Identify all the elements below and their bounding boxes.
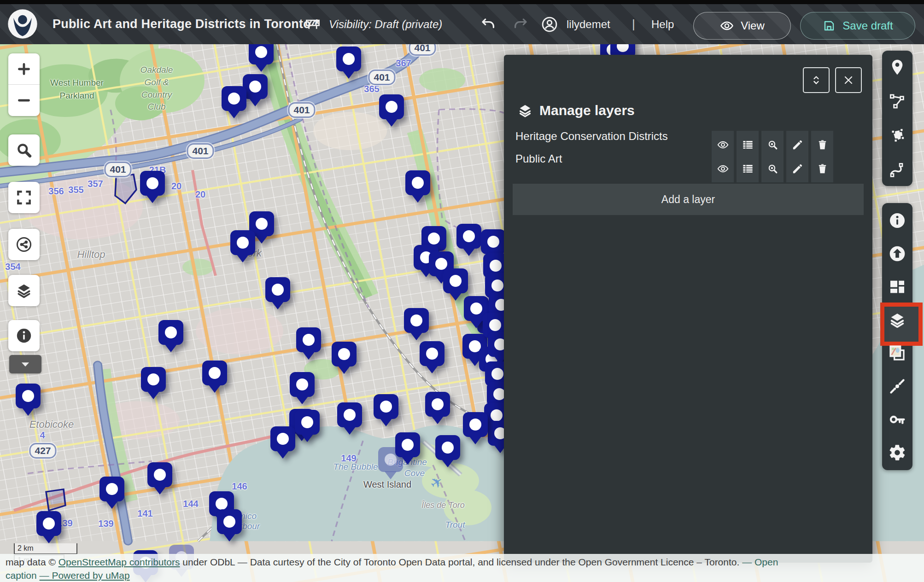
add-layer-button[interactable]: Add a layer [513,184,864,215]
visibility-status[interactable]: Visibility: Draft (private) [304,4,442,44]
map-marker[interactable] [141,367,166,399]
map-marker[interactable] [140,171,165,203]
map-marker[interactable] [249,44,274,72]
layer-0-eye-button[interactable] [713,135,733,154]
map-label: Parkland [60,91,94,101]
marker-dot [343,53,355,65]
layer-1-eye-button[interactable] [713,159,733,178]
header-separator: | [632,4,635,44]
help-button[interactable]: Help [651,4,674,44]
exit-number-label: 355 [68,185,83,195]
map-marker[interactable] [296,327,321,360]
draw-polyline-button[interactable] [886,91,908,111]
edit-layers-button[interactable] [886,310,908,330]
map-marker[interactable] [404,308,429,340]
info-icon [15,327,33,344]
map-marker[interactable] [395,432,420,465]
map-marker[interactable] [405,170,430,203]
layer-1-pencil-button[interactable] [787,159,807,178]
map-marker[interactable] [16,384,41,416]
edit-upload-button[interactable] [886,244,908,264]
more-controls-button[interactable] [9,355,41,373]
manage-layers-panel: Manage layers Heritage Conservation Dist… [504,55,872,563]
marker-tail [228,111,240,118]
map-marker[interactable] [230,230,255,262]
edit-info-button[interactable] [886,210,908,231]
open-caption-link-2[interactable]: caption [6,570,37,581]
map-marker[interactable] [336,47,361,79]
map-marker[interactable] [265,277,290,309]
marker-dot [338,348,350,360]
map-marker[interactable] [270,426,295,459]
umap-logo-icon[interactable] [7,9,38,39]
save-draft-label: Save draft [842,19,893,32]
marker-tail [469,436,481,444]
eye-icon [717,163,729,175]
map-marker[interactable] [379,94,404,127]
map-marker[interactable] [36,511,61,543]
map-marker[interactable] [290,372,315,404]
map-marker[interactable] [222,86,246,118]
zoom-in-button[interactable] [8,53,40,85]
view-label: View [741,19,765,32]
save-draft-button[interactable]: Save draft [800,12,915,40]
map-title[interactable]: Public Art and Heritage Districts in Tor… [53,4,319,44]
layer-0-trash-button[interactable] [812,135,832,154]
search-control-button[interactable] [8,134,40,166]
user-menu[interactable]: lilydemet [541,4,610,44]
map-marker[interactable] [435,435,460,467]
map-marker[interactable] [337,402,362,435]
osm-contributors-link[interactable]: OpenStreetMap contributors [58,557,180,567]
layer-1-trash-button[interactable] [812,159,832,178]
edit-settings-button[interactable] [886,442,908,463]
fullscreen-control-button[interactable] [8,182,40,213]
layer-row-name[interactable]: Heritage Conservation Districts [515,130,668,143]
map-marker[interactable] [456,224,481,256]
map-marker[interactable] [332,342,357,374]
powered-by-umap-link[interactable]: — Powered by uMap [40,570,130,581]
center-icon [888,377,906,396]
draw-freehand-button[interactable] [886,159,908,180]
key-icon [888,410,906,429]
map-marker[interactable] [295,410,320,442]
info-control-button[interactable] [8,320,40,351]
map-marker[interactable] [202,361,227,393]
redo-button[interactable] [512,4,529,44]
draw-polygon-button[interactable] [886,125,908,146]
table-icon [742,163,754,175]
map-marker[interactable] [147,462,172,495]
map-marker[interactable] [158,320,183,352]
layer-1-table-button[interactable] [737,159,758,178]
layer-1-zoom-to-button[interactable] [762,159,783,178]
map-marker[interactable] [420,341,444,373]
zoom-control [8,53,40,116]
layer-0-pencil-button[interactable] [787,135,807,154]
edit-dashboard-button[interactable] [886,277,908,297]
map-marker[interactable] [99,477,124,509]
layer-0-table-button[interactable] [737,135,758,154]
map-marker[interactable] [374,394,398,426]
map-marker[interactable] [425,392,450,424]
zoom-out-button[interactable] [8,85,40,116]
layer-0-zoom-to-button[interactable] [762,135,783,154]
panel-expand-button[interactable] [803,67,830,93]
view-button[interactable]: View [693,12,791,40]
pencil-icon [791,163,804,175]
layers-control-button[interactable] [8,275,40,306]
panel-close-button[interactable] [835,67,862,93]
map-marker[interactable] [217,509,242,541]
map-marker[interactable] [243,74,268,106]
edit-tilelayer-button[interactable] [886,343,908,363]
marker-dot [432,398,444,410]
marker-dot [450,275,462,287]
open-caption-link[interactable]: — Open [742,557,778,567]
marker-tail [106,501,118,509]
edit-key-button[interactable] [886,409,908,430]
map-marker[interactable] [463,412,488,444]
marker-dot [412,177,424,189]
edit-center-button[interactable] [886,376,908,396]
share-control-button[interactable] [8,229,40,260]
undo-button[interactable] [480,4,497,44]
layer-row-name[interactable]: Public Art [515,152,562,165]
draw-marker-button[interactable] [886,57,908,77]
